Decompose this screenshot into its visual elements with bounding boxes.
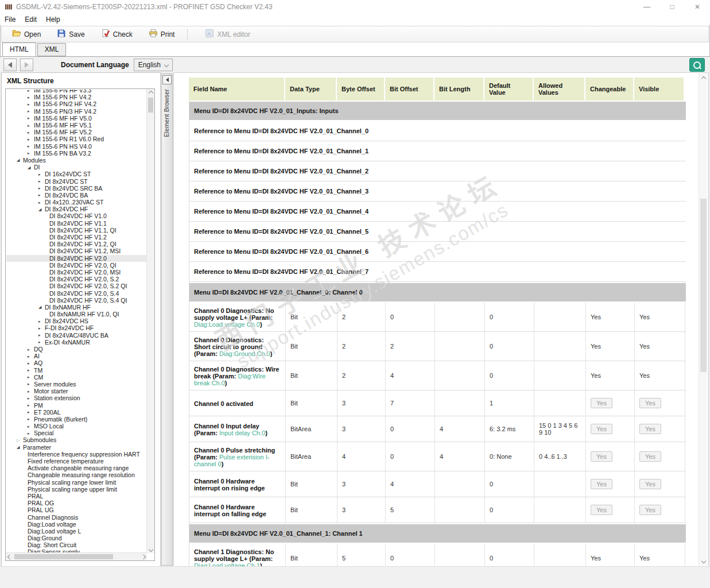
tree-collapse-icon[interactable]: ▸ [28,424,34,428]
tree-item[interactable]: DI 8x24VDC HF V2.0, S.4 QI [6,297,146,304]
tree-collapse-icon[interactable]: ▸ [38,333,45,337]
tree-item[interactable]: Interference frequency suppression HART [6,451,146,458]
tree-item[interactable]: ▸AI [6,353,146,359]
open-button[interactable]: Open [6,27,46,41]
tree-item[interactable]: DI 8x24VDC HF V2.0, QI [6,262,146,269]
nav-back-button[interactable] [3,59,17,71]
report-vscroll-thumb[interactable] [700,199,707,372]
tree-item[interactable]: ▸AQ [6,359,146,366]
tree-item[interactable]: Diag:Load voltage L [6,528,146,535]
tree-item[interactable]: Diag: Short Circuit [6,541,146,548]
tree-expand-icon[interactable]: ◢ [17,445,23,449]
tree-collapse-icon[interactable]: ▸ [28,123,34,127]
tree-collapse-icon[interactable]: ▸ [28,389,34,393]
tree-item[interactable]: ▸Ex-DI 4xNAMUR [6,339,146,346]
tree-item[interactable]: DI 8x24VDC HF V1.1 [6,220,146,227]
minimize-button[interactable]: — [634,0,659,14]
tree-collapse-icon[interactable]: ▸ [28,90,34,92]
tree-item[interactable]: DI 8x24VDC HF V1.2, QI [6,241,146,247]
maximize-button[interactable]: □ [659,0,685,14]
tree-collapse-icon[interactable]: ▸ [28,361,34,365]
tree-item[interactable]: ▸IM 155-6 MF HF V5.2 [6,129,146,136]
scroll-up-icon[interactable] [700,75,707,82]
tree-collapse-icon[interactable]: ▸ [28,144,34,148]
tree-item[interactable]: ◢DI [6,164,146,171]
yes-button[interactable]: Yes [639,424,661,434]
tree-collapse-icon[interactable]: ▸ [38,340,45,344]
tree-item[interactable]: DI 8x24VDC HF V2.0, S.2 QI [6,283,146,289]
scroll-right-icon[interactable] [139,553,147,560]
tree-item[interactable]: Diag:Sensor supply [6,548,146,552]
tree-item[interactable]: ◢Modules [6,157,146,164]
tree-item[interactable]: PRAL OG [6,500,146,506]
yes-button[interactable]: Yes [591,424,612,434]
menu-edit[interactable]: Edit [20,15,41,24]
tree-expand-icon[interactable]: ◢ [17,158,23,162]
tree-collapse-icon[interactable]: ▸ [28,109,34,113]
tree-collapse-icon[interactable]: ▸ [28,417,34,421]
tree-item[interactable]: DI 8x24VDC HF V1.0 [6,212,146,219]
tree-item[interactable]: ▸Pneumatik (Burkert) [6,416,146,423]
menu-help[interactable]: Help [41,15,65,24]
tree-collapse-icon[interactable]: ▸ [38,186,45,190]
tree-item[interactable]: Channel Diagnosis [6,513,146,520]
tree-item[interactable]: ▸IM 155-6 PN/3 HF V4.2 [6,108,146,115]
tree-item[interactable]: ▸Station extension [6,394,146,401]
tree-collapse-icon[interactable]: ▸ [38,193,45,197]
tree-item[interactable]: ▸IM 155-6 PN BA V3.2 [6,150,146,157]
tree-item[interactable]: ▸IM 155-6 PN R1 V6.0 Red [6,136,146,142]
tree-item[interactable]: ▸Special [6,430,146,436]
tree-item[interactable]: ▸DI 8x24VDC SRC BA [6,185,146,192]
tree-item[interactable]: Diag:Ground [6,535,146,541]
tree-collapse-icon[interactable]: ▸ [28,403,34,407]
tree-expand-icon[interactable]: ◢ [38,305,45,309]
tree-item[interactable]: ▸TM [6,367,146,374]
yes-button[interactable]: Yes [639,505,661,515]
tree-item[interactable]: Physical scaling range lower limit [6,479,146,486]
tree-collapse-icon[interactable]: ▸ [28,410,34,414]
tree-item[interactable]: ▸IM 155-6 MF HF V5.0 [6,115,146,122]
tree-item[interactable]: ◢Parameter [6,444,146,451]
tree-item[interactable]: ▸ET 200AL [6,409,146,416]
tree-collapse-icon[interactable]: ▸ [28,95,34,99]
tree-item[interactable]: ▸IM 155-6 PN/2 HF V4.2 [6,100,146,107]
yes-button[interactable]: Yes [639,479,661,489]
scroll-up-icon[interactable] [147,89,154,96]
tree-item[interactable]: DI 8x24VDC HF V2.0, S.2 [6,276,146,283]
yes-button[interactable]: Yes [639,451,661,462]
tree-item[interactable]: ▸Server modules [6,381,146,388]
tree-item[interactable]: DI 8x24VDC HF V2.0 [6,255,146,262]
tree-item[interactable]: ▸MSO Local [6,423,146,430]
language-dropdown[interactable]: English [134,59,173,71]
tree-item[interactable]: ◢DI 8x24VDC HF [6,206,146,212]
tree-item[interactable]: ▸CM [6,374,146,381]
yes-button[interactable]: Yes [639,398,661,408]
xml-editor-button[interactable]: A XML editor [199,27,256,41]
tree-vertical-scrollbar[interactable] [146,89,154,553]
tree-item[interactable]: ◢DI 8xNAMUR HF [6,304,146,311]
tree-item[interactable]: ▸DI 8x24VDC ST [6,177,146,184]
close-button[interactable]: ✕ [685,0,710,14]
report-vertical-scrollbar[interactable] [699,74,708,566]
yes-button[interactable]: Yes [591,398,612,408]
tree-item[interactable]: ▸IM 155-6 MF HF V5.1 [6,122,146,129]
tree-item[interactable]: PRAL UG [6,506,146,513]
tree-item[interactable]: ▸IM 155-6 PN HS V4.0 [6,143,146,150]
tree-item[interactable]: DI 8x24VDC HF V1.1, QI [6,227,146,234]
tree-item[interactable]: ▷Submodules [6,436,146,443]
tree-collapse-icon[interactable]: ▸ [38,319,45,323]
tree-hscroll-thumb[interactable] [14,554,113,559]
yes-button[interactable]: Yes [591,451,612,462]
tree-expand-icon[interactable]: ◢ [28,165,34,169]
tree-item[interactable]: DI 8x24VDC HF V2.0, MSI [6,269,146,276]
tree-collapse-icon[interactable]: ▷ [17,438,23,442]
tree-collapse-icon[interactable]: ▸ [28,347,34,351]
param-link[interactable]: Diag:Ground Ch.0 [219,350,270,357]
save-button[interactable]: Save [51,27,90,41]
tree-item[interactable]: Physical scaling range upper limit [6,486,146,493]
print-button[interactable]: Print [143,27,181,41]
tree-item[interactable]: ▸Motor starter [6,388,146,394]
tree-item[interactable]: ▸PM [6,401,146,408]
tree-collapse-icon[interactable]: ▸ [28,137,34,141]
tree-item[interactable]: DI 8xNAMUR HF V1.0, QI [6,311,146,318]
